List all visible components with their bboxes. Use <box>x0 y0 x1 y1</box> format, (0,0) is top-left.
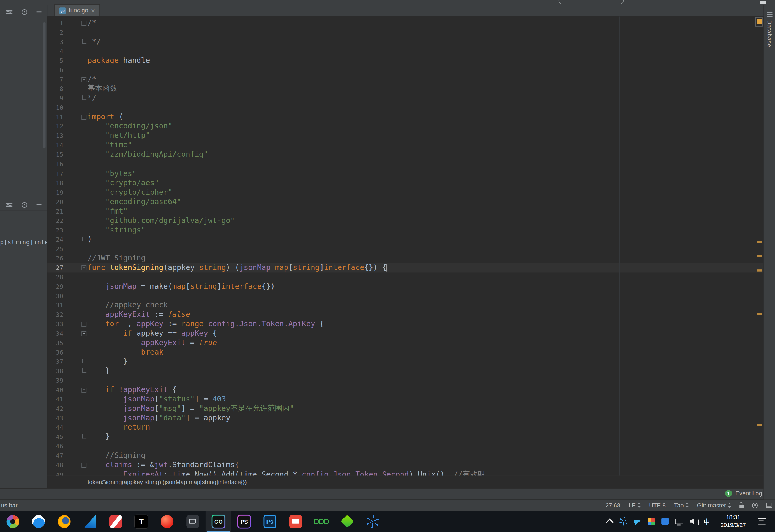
settings-pinwheel-icon[interactable] <box>0 511 26 532</box>
code-line[interactable]: 37 } <box>47 357 764 366</box>
fold-marker[interactable] <box>81 21 86 26</box>
ime-indicator[interactable]: 中 <box>702 514 712 528</box>
line-number[interactable]: 6 <box>47 65 63 75</box>
code-line[interactable]: 29 jsonMap = make(map[string]interface{}… <box>47 282 764 291</box>
code-line[interactable]: 18 "crypto/aes" <box>47 178 764 188</box>
code-line[interactable]: 39 <box>47 376 764 385</box>
line-number[interactable]: 22 <box>47 216 63 225</box>
code-line[interactable]: 13 "net/http" <box>47 131 764 141</box>
code-line[interactable]: 38 } <box>47 366 764 376</box>
line-number[interactable]: 39 <box>47 376 63 385</box>
code-line[interactable]: 42 jsonMap["msg"] = "appkey不是在允许范围内" <box>47 404 764 414</box>
code-line[interactable]: 46 <box>47 442 764 451</box>
warning-stripe-mark[interactable] <box>757 313 762 315</box>
line-number[interactable]: 45 <box>47 432 63 442</box>
line-number[interactable]: 11 <box>47 112 63 122</box>
green-rings-icon[interactable] <box>308 511 334 532</box>
tool-button-database[interactable]: Database <box>767 20 773 47</box>
code-line[interactable]: 43 jsonMap["data"] = appkey <box>47 414 764 423</box>
event-log[interactable]: 1 Event Log <box>725 490 762 497</box>
line-number[interactable]: 37 <box>47 357 63 366</box>
fold-marker[interactable] <box>81 77 86 82</box>
code-line[interactable]: 24) <box>47 235 764 244</box>
gear-icon[interactable] <box>22 202 27 207</box>
line-number[interactable]: 17 <box>47 169 63 178</box>
line-number[interactable]: 34 <box>47 329 63 338</box>
fold-end-marker[interactable] <box>82 39 86 43</box>
fold-end-marker[interactable] <box>82 369 86 373</box>
line-number[interactable]: 26 <box>47 253 63 263</box>
code-line[interactable]: 23 "strings" <box>47 225 764 235</box>
blue-browser-icon[interactable] <box>26 511 51 532</box>
line-number[interactable]: 20 <box>47 197 63 206</box>
lock-icon[interactable] <box>739 504 744 508</box>
line-number[interactable]: 33 <box>47 320 63 329</box>
green-diamond-icon[interactable] <box>334 511 360 532</box>
fold-end-marker[interactable] <box>82 96 86 100</box>
line-number[interactable]: 4 <box>47 47 63 56</box>
line-number[interactable]: 16 <box>47 159 63 169</box>
action-center-icon[interactable] <box>758 518 766 525</box>
warning-stripe-mark[interactable] <box>757 424 762 426</box>
fold-marker[interactable] <box>81 322 86 327</box>
code-line[interactable]: 26//JWT Signing <box>47 253 764 263</box>
line-number[interactable]: 19 <box>47 188 63 197</box>
code-line[interactable]: 40 if !appKeyExit { <box>47 385 764 395</box>
volume-icon[interactable] <box>688 514 698 528</box>
code-line[interactable]: 32 appKeyExit := false <box>47 310 764 320</box>
fold-end-marker[interactable] <box>82 359 86 364</box>
close-icon[interactable]: × <box>91 7 95 14</box>
line-number[interactable]: 23 <box>47 225 63 235</box>
photoshop-icon[interactable]: Ps <box>257 511 283 532</box>
window-control-icon[interactable] <box>760 1 766 4</box>
line-number[interactable]: 5 <box>47 56 63 65</box>
code-line[interactable]: 8基本函数 <box>47 84 764 93</box>
line-number[interactable]: 8 <box>47 84 63 93</box>
run-configuration-selector[interactable] <box>559 0 624 4</box>
fold-marker[interactable] <box>81 463 86 468</box>
caret-position[interactable]: 27:68 <box>606 502 620 509</box>
taskbar-clock[interactable]: 18:31 2019/3/27 <box>721 514 746 529</box>
code-line[interactable]: 12 "encoding/json" <box>47 122 764 131</box>
code-line[interactable]: 31 //appkey check <box>47 301 764 310</box>
fold-end-marker[interactable] <box>82 434 86 439</box>
code-line[interactable]: 5package handle <box>47 56 764 65</box>
hide-panel-icon[interactable] <box>37 11 42 12</box>
tab-func-go[interactable]: go func.go × <box>54 4 100 16</box>
line-number[interactable]: 36 <box>47 348 63 357</box>
code-line[interactable]: 2 <box>47 28 764 37</box>
dark-console-icon[interactable] <box>180 511 206 532</box>
warning-stripe-mark[interactable] <box>757 270 762 271</box>
goland-icon[interactable]: GO <box>206 511 231 532</box>
line-number[interactable]: 32 <box>47 310 63 320</box>
fold-marker[interactable] <box>81 331 86 336</box>
line-number[interactable]: 25 <box>47 244 63 253</box>
editor[interactable]: 1/*23 */45package handle67/*8基本函数9*/1011… <box>47 16 764 476</box>
blue-star-icon[interactable] <box>360 511 385 532</box>
line-separator-widget[interactable]: LF <box>629 502 641 509</box>
line-number[interactable]: 46 <box>47 442 63 451</box>
code-line[interactable]: 19 "crypto/cipher" <box>47 188 764 197</box>
stripe-file-mark[interactable] <box>757 19 762 24</box>
line-number[interactable]: 31 <box>47 301 63 310</box>
red-app-icon[interactable] <box>103 511 128 532</box>
line-number[interactable]: 48 <box>47 460 63 470</box>
code-line[interactable]: 6 <box>47 65 764 75</box>
line-number[interactable]: 44 <box>47 423 63 432</box>
maxthon-sail-icon[interactable] <box>77 511 103 532</box>
line-number[interactable]: 27 <box>47 263 63 272</box>
gear-icon[interactable] <box>22 9 27 15</box>
display-icon[interactable] <box>674 514 684 528</box>
line-number[interactable]: 40 <box>47 385 63 395</box>
warning-stripe-mark[interactable] <box>757 255 762 257</box>
line-number[interactable]: 12 <box>47 122 63 131</box>
colorful-grid-icon[interactable] <box>646 514 656 528</box>
code-line[interactable]: 10 <box>47 103 764 112</box>
code-line[interactable]: 4 <box>47 47 764 56</box>
file-encoding[interactable]: UTF-8 <box>649 502 666 509</box>
panel-scrollbar[interactable] <box>43 22 45 148</box>
line-number[interactable]: 24 <box>47 235 63 244</box>
fold-end-marker[interactable] <box>82 237 86 241</box>
fold-marker[interactable] <box>81 388 86 393</box>
code-line[interactable]: 20 "encoding/base64" <box>47 197 764 206</box>
